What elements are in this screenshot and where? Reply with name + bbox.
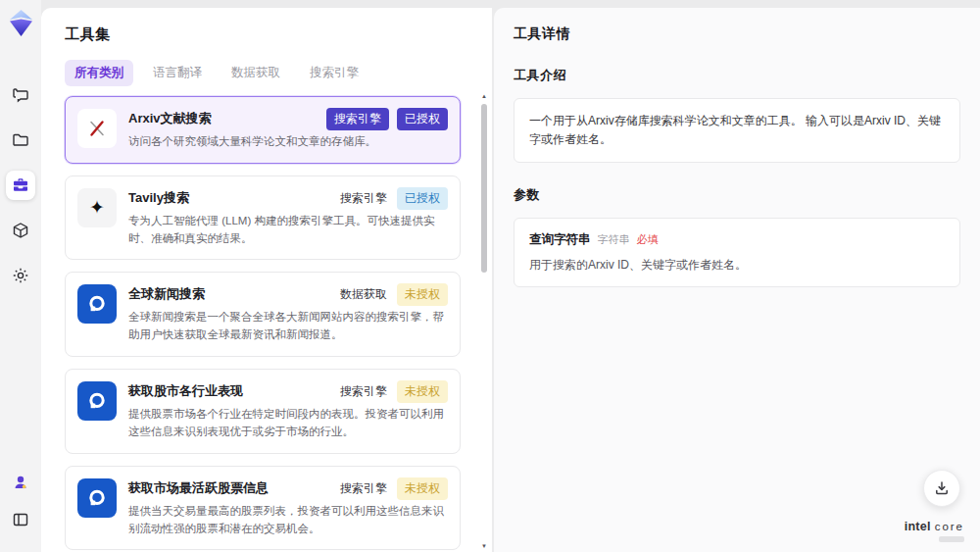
tool-description: 提供当天交易量最高的股票列表，投资者可以利用这些信息来识别流动性强的股票和潜在的… (128, 503, 448, 538)
param-description: 用于搜索的Arxiv ID、关键字或作者姓名。 (529, 257, 945, 274)
tab-data-fetch[interactable]: 数据获取 (221, 60, 290, 86)
tool-description: 专为人工智能代理 (LLM) 构建的搜索引擎工具。可快速提供实时、准确和真实的结… (128, 213, 448, 248)
sidebar-nav (6, 80, 35, 306)
user-icon[interactable] (6, 468, 35, 497)
params-heading: 参数 (514, 186, 960, 204)
category-tabs: 所有类别 语言翻译 数据获取 搜索引擎 (65, 60, 474, 86)
intro-heading: 工具介绍 (514, 67, 960, 84)
tools-panel: 工具集 所有类别 语言翻译 数据获取 搜索引擎 Arxiv文献搜索 访问各个研究… (41, 8, 492, 552)
news-app-icon (77, 284, 117, 324)
brand-badge-bar (939, 536, 964, 542)
download-button[interactable] (923, 470, 960, 507)
intro-box: 一个用于从Arxiv存储库搜索科学论文和文章的工具。 输入可以是Arxiv ID… (514, 98, 960, 163)
tab-search-engine[interactable]: 搜索引擎 (300, 60, 368, 86)
gear-icon[interactable] (6, 261, 35, 290)
category-badge: 数据获取 (338, 283, 389, 306)
param-type: 字符串 (598, 232, 630, 247)
tab-language-translation[interactable]: 语言翻译 (143, 60, 212, 86)
scrollbar-thumb[interactable] (481, 104, 487, 273)
category-badge: 搜索引擎 (338, 380, 389, 403)
chat-icon[interactable] (6, 80, 35, 110)
folder-icon[interactable] (6, 125, 35, 155)
tool-description: 访问各个研究领域大量科学论文和文章的存储库。 (128, 133, 448, 151)
panel-toggle-icon[interactable] (6, 505, 35, 534)
news-app-icon (77, 381, 117, 421)
param-name: 查询字符串 (529, 231, 591, 248)
scroll-up-icon[interactable]: ▲ (481, 92, 487, 100)
category-badge: 搜索引擎 (326, 108, 389, 130)
download-icon (934, 480, 950, 496)
page-title: 工具集 (65, 25, 474, 44)
tavily-star-icon: ✦ (77, 188, 117, 227)
auth-badge: 未授权 (397, 380, 448, 403)
list-scrollbar: ▲ ▼ (479, 92, 489, 550)
cube-icon[interactable] (6, 216, 35, 245)
tool-card-arxiv[interactable]: Arxiv文献搜索 访问各个研究领域大量科学论文和文章的存储库。 搜索引擎 已授… (65, 96, 461, 164)
tool-description: 提供股票市场各个行业在特定时间段内的表现。投资者可以利用这些信息来识别表现优于或… (128, 406, 448, 441)
param-required-flag: 必填 (637, 232, 659, 247)
auth-badge: 已授权 (397, 187, 448, 210)
news-app-icon (77, 478, 117, 518)
auth-badge: 未授权 (397, 283, 448, 306)
tool-card-active-stocks[interactable]: 获取市场最活跃股票信息 提供当天交易量最高的股票列表，投资者可以利用这些信息来识… (65, 466, 461, 551)
auth-badge: 已授权 (397, 108, 448, 130)
category-badge: 搜索引擎 (338, 187, 389, 210)
tool-list: Arxiv文献搜索 访问各个研究领域大量科学论文和文章的存储库。 搜索引擎 已授… (65, 96, 474, 552)
left-sidebar (0, 0, 41, 552)
scroll-down-icon[interactable]: ▼ (481, 542, 487, 550)
toolbox-icon[interactable] (6, 171, 35, 200)
category-badge: 搜索引擎 (338, 477, 389, 500)
tool-card-tavily[interactable]: ✦ Tavily搜索 专为人工智能代理 (LLM) 构建的搜索引擎工具。可快速提… (65, 176, 461, 261)
tab-all-categories[interactable]: 所有类别 (65, 60, 133, 86)
detail-title: 工具详情 (514, 25, 960, 43)
tool-card-global-news[interactable]: 全球新闻搜索 全球新闻搜索是一个聚合全球各大新闻网站内容的搜索引擎，帮助用户快速… (65, 272, 461, 357)
tool-card-stock-sector[interactable]: 获取股市各行业表现 提供股票市场各个行业在特定时间段内的表现。投资者可以利用这些… (65, 369, 461, 454)
app-logo-icon (8, 9, 34, 41)
arxiv-logo-icon (77, 109, 117, 148)
tool-detail-panel: 工具详情 工具介绍 一个用于从Arxiv存储库搜索科学论文和文章的工具。 输入可… (494, 8, 980, 552)
intro-text: 一个用于从Arxiv存储库搜索科学论文和文章的工具。 输入可以是Arxiv ID… (529, 112, 945, 149)
param-box: 查询字符串 字符串 必填 用于搜索的Arxiv ID、关键字或作者姓名。 (514, 218, 960, 287)
intel-core-logo: intel core (905, 520, 964, 542)
auth-badge: 未授权 (397, 477, 448, 500)
sidebar-bottom (6, 468, 35, 542)
tool-description: 全球新闻搜索是一个聚合全球各大新闻网站内容的搜索引擎，帮助用户快速获取全球最新资… (128, 309, 448, 344)
